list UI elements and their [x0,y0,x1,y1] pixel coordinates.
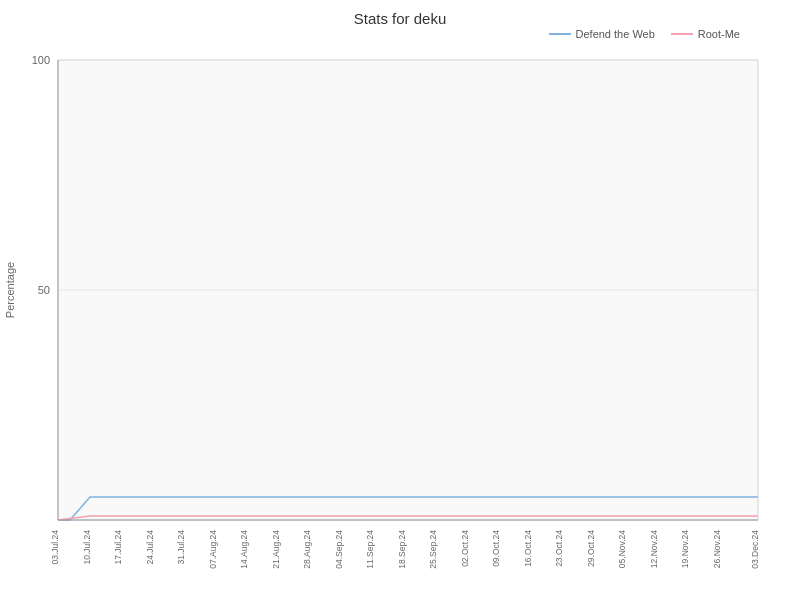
svg-text:24.Jul.24: 24.Jul.24 [145,530,155,565]
svg-text:23.Oct.24: 23.Oct.24 [554,530,564,567]
svg-text:29.Oct.24: 29.Oct.24 [586,530,596,567]
svg-text:50: 50 [38,284,50,296]
svg-text:03.Jul.24: 03.Jul.24 [50,530,60,565]
svg-text:07.Aug.24: 07.Aug.24 [208,530,218,569]
svg-text:21.Aug.24: 21.Aug.24 [271,530,281,569]
svg-text:10.Jul.24: 10.Jul.24 [82,530,92,565]
svg-text:25.Sep.24: 25.Sep.24 [428,530,438,569]
chart-container: Stats for deku Defend the Web Root-Me 10… [0,0,800,600]
svg-text:09.Oct.24: 09.Oct.24 [491,530,501,567]
svg-text:16.Oct.24: 16.Oct.24 [523,530,533,567]
svg-text:11.Sep.24: 11.Sep.24 [365,530,375,569]
svg-text:19.Nov.24: 19.Nov.24 [680,530,690,568]
svg-text:14.Aug.24: 14.Aug.24 [239,530,249,569]
legend-item-defend: Defend the Web [549,28,655,40]
legend-item-rootme: Root-Me [671,28,740,40]
svg-text:28.Aug.24: 28.Aug.24 [302,530,312,569]
legend-line-defend [549,33,571,35]
svg-text:02.Oct.24: 02.Oct.24 [460,530,470,567]
svg-text:18.Sep.24: 18.Sep.24 [397,530,407,569]
main-chart-svg: 100 50 Percentage 03.Jul.24 10.Jul.24 17… [0,50,800,580]
legend-label-rootme: Root-Me [698,28,740,40]
svg-text:26.Nov.24: 26.Nov.24 [712,530,722,568]
svg-text:Percentage: Percentage [4,262,16,318]
chart-legend: Defend the Web Root-Me [549,28,740,40]
svg-text:100: 100 [32,54,50,66]
legend-label-defend: Defend the Web [576,28,655,40]
legend-line-rootme [671,33,693,35]
svg-text:12.Nov.24: 12.Nov.24 [649,530,659,568]
svg-text:31.Jul.24: 31.Jul.24 [176,530,186,565]
svg-text:04.Sep.24: 04.Sep.24 [334,530,344,569]
svg-text:17.Jul.24: 17.Jul.24 [113,530,123,565]
svg-text:03.Dec.24: 03.Dec.24 [750,530,760,569]
svg-text:05.Nov.24: 05.Nov.24 [617,530,627,568]
